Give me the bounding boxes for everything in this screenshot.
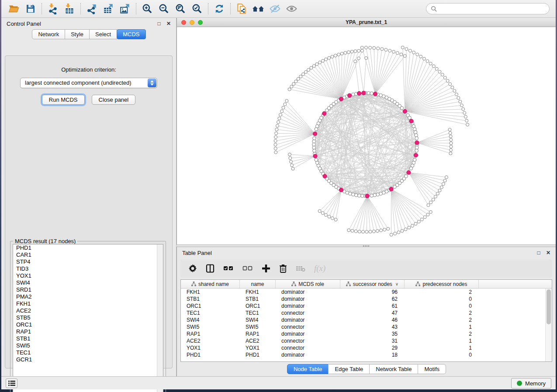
memory-status-icon	[517, 381, 522, 386]
settings-gear-button[interactable]	[188, 263, 197, 274]
refresh-view-button[interactable]	[211, 2, 228, 16]
close-panel-button[interactable]: Close panel	[92, 95, 136, 105]
column-header-predecessor-nodes[interactable]: predecessor nodes	[405, 280, 479, 288]
cell-predecessor-nodes: 1	[405, 323, 479, 330]
delete-table-button[interactable]	[296, 263, 305, 274]
export-table-button[interactable]	[100, 2, 117, 16]
zoom-out-button[interactable]	[156, 2, 172, 16]
function-builder-button[interactable]: f(x)	[314, 263, 325, 274]
table-row[interactable]: YOX1YOX1connector291	[181, 344, 552, 351]
mcds-result-item[interactable]: STP4	[13, 258, 163, 265]
table-row[interactable]: STB1STB1dominator620	[181, 296, 552, 303]
list-icon	[8, 380, 15, 386]
tab-style[interactable]: Style	[65, 29, 90, 39]
first-neighbors-button[interactable]	[250, 2, 266, 16]
column-header-MCDS-role[interactable]: MCDS role	[276, 280, 340, 288]
table-row[interactable]: FKH1FKH1dominator962	[181, 289, 552, 296]
select-all-button[interactable]	[223, 263, 234, 274]
mcds-tab-content: Optimization criterion: largest connecte…	[5, 55, 173, 368]
add-column-button[interactable]	[262, 263, 270, 274]
close-panel-icon[interactable]: ✕	[166, 21, 172, 27]
network-view-window: YPA_prune.txt_1	[176, 18, 556, 244]
tab-network[interactable]: Network	[32, 29, 65, 39]
mcds-result-item[interactable]: SWI5	[13, 342, 163, 349]
table-body: FKH1FKH1dominator962STB1STB1dominator620…	[181, 289, 552, 358]
table-row[interactable]: ORC1ORC1dominator610	[181, 303, 552, 309]
tab-mcds[interactable]: MCDS	[117, 29, 145, 39]
open-file-button[interactable]	[6, 2, 22, 16]
table-row[interactable]: PHD1PHD1dominator180	[181, 351, 552, 358]
float-panel-icon[interactable]: □	[156, 21, 162, 27]
export-network-button[interactable]	[83, 2, 100, 16]
table-panel-title: Table Panel	[182, 250, 212, 256]
network-canvas[interactable]	[177, 27, 556, 244]
sort-indicator-icon: ∨	[395, 282, 398, 286]
mcds-result-item[interactable]: YOX1	[13, 272, 163, 279]
cell-successor-nodes: 31	[340, 337, 405, 344]
mcds-result-item[interactable]: SWI4	[13, 279, 163, 286]
table-scrollbar-thumb[interactable]	[547, 289, 551, 324]
zoom-fit-button[interactable]	[172, 2, 189, 16]
mcds-result-item[interactable]: STB5	[13, 314, 163, 321]
hide-selected-button[interactable]	[266, 2, 283, 16]
tab-motifs[interactable]: Motifs	[418, 364, 446, 374]
mcds-result-item[interactable]: SRD1	[13, 286, 163, 293]
minimize-window-icon[interactable]	[190, 20, 194, 25]
network-window-titlebar[interactable]: YPA_prune.txt_1	[177, 18, 556, 27]
mcds-result-item[interactable]: RAP1	[13, 328, 163, 335]
search-input[interactable]	[440, 6, 545, 12]
table-row[interactable]: TEC1TEC1connector472	[181, 309, 552, 316]
close-table-panel-icon[interactable]: ✕	[545, 250, 551, 256]
zoom-selected-button[interactable]	[189, 2, 205, 16]
mcds-result-item[interactable]: ORC1	[13, 321, 163, 328]
table-row[interactable]: SWI4SWI4dominator462	[181, 316, 552, 323]
network-graph[interactable]	[177, 27, 556, 244]
memory-button[interactable]: Memory	[511, 378, 551, 389]
table-row[interactable]: ACE2ACE2connector311	[181, 337, 552, 344]
column-header-shared-name[interactable]: shared name	[181, 280, 240, 288]
tab-select[interactable]: Select	[89, 29, 117, 39]
mcds-result-title: MCDS result (17 nodes)	[13, 238, 77, 244]
mcds-result-item[interactable]: TEC1	[13, 349, 163, 356]
mcds-result-item[interactable]: CAR1	[13, 251, 163, 258]
column-header-name[interactable]: name	[240, 280, 276, 288]
mcds-result-item[interactable]: STB1	[13, 335, 163, 342]
mcds-result-item[interactable]: TID3	[13, 265, 163, 272]
close-window-icon[interactable]	[181, 20, 186, 25]
deselect-all-button[interactable]	[242, 263, 253, 274]
mcds-result-item[interactable]: GCR1	[13, 356, 163, 363]
cell-predecessor-nodes: 0	[405, 296, 479, 303]
column-header-successor-nodes[interactable]: successor nodes∨	[340, 280, 405, 288]
search-field[interactable]	[426, 3, 550, 14]
refresh-view-icon	[214, 3, 225, 14]
delete-column-button[interactable]	[279, 263, 287, 274]
show-columns-button[interactable]	[206, 263, 214, 274]
horizontal-splitter[interactable]	[176, 244, 556, 247]
tab-node-table[interactable]: Node Table	[287, 364, 329, 374]
float-table-panel-icon[interactable]: □	[536, 250, 542, 256]
import-network-button[interactable]	[45, 2, 61, 16]
duplicate-network-icon	[236, 3, 247, 14]
mcds-result-item[interactable]: PHD1	[13, 244, 163, 251]
tab-edge-table[interactable]: Edge Table	[328, 364, 370, 374]
tab-network-table[interactable]: Network Table	[369, 364, 418, 374]
criterion-select[interactable]: largest connected component (undirected)	[20, 78, 157, 88]
table-row[interactable]: RAP1RAP1dominator352	[181, 330, 552, 337]
mcds-result-item[interactable]: FKH1	[13, 300, 163, 307]
table-scrollbar[interactable]	[545, 289, 552, 361]
run-mcds-button[interactable]: Run MCDS	[42, 95, 85, 105]
mcds-list-scrollbar[interactable]	[157, 244, 163, 392]
show-all-button[interactable]	[283, 2, 300, 16]
import-table-button[interactable]	[61, 2, 78, 16]
save-session-button[interactable]	[22, 2, 39, 16]
mcds-result-item[interactable]: PMA2	[13, 293, 163, 300]
zoom-in-button[interactable]	[139, 2, 156, 16]
table-row[interactable]: SWI5SWI5connector431	[181, 323, 552, 330]
task-history-button[interactable]	[6, 378, 17, 388]
maximize-window-icon[interactable]	[198, 20, 203, 25]
duplicate-network-button[interactable]	[233, 2, 250, 16]
column-type-icon	[291, 282, 296, 286]
cell-successor-nodes: 43	[340, 323, 405, 330]
mcds-result-item[interactable]: ACE2	[13, 307, 163, 314]
export-image-button[interactable]	[117, 2, 133, 16]
